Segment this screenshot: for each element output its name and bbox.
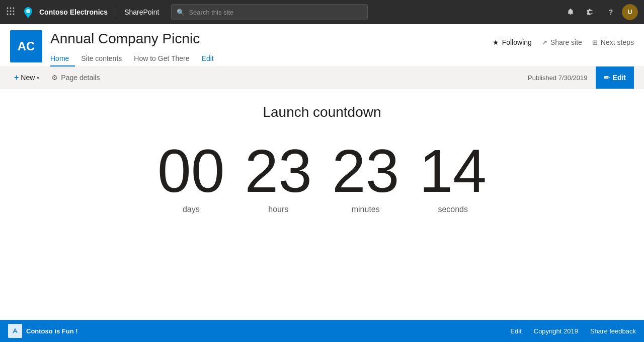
svg-point-0 [7,7,9,9]
search-input[interactable] [189,9,362,16]
brand-name: Contoso Electronics [39,8,108,16]
seconds-value: 14 [419,141,486,201]
search-icon: 🔍 [177,9,185,16]
footer-copyright: Copyright 2019 [534,327,578,335]
svg-point-9 [26,9,30,13]
next-steps-icon: ⊞ [592,39,598,46]
countdown-seconds: 14 seconds [419,141,486,214]
toolbar: + New ▾ ⚙ Page details Published 7/30/20… [0,67,644,89]
chevron-down-icon: ▾ [37,75,39,81]
notifications-icon[interactable] [561,3,580,21]
next-steps-label: Next steps [601,38,634,46]
site-logo: AC [10,30,42,62]
share-site-button[interactable]: ↗ Share site [542,38,582,46]
nav-edit[interactable]: Edit [196,51,220,66]
seconds-label: seconds [438,205,468,214]
edit-page-button[interactable]: ✏ Edit [596,66,634,89]
settings-icon[interactable] [582,3,600,21]
nav-home[interactable]: Home [50,51,75,66]
new-button[interactable]: + New ▾ [10,71,43,84]
countdown-days: 00 days [157,141,224,214]
svg-point-5 [13,10,15,12]
svg-point-6 [7,13,9,15]
site-navigation: Home Site contents How to Get There Edit [50,51,493,66]
next-steps-button[interactable]: ⊞ Next steps [592,38,634,46]
nav-icons: ? U [561,3,638,21]
hours-value: 23 [245,141,312,201]
days-label: days [183,205,200,214]
help-icon[interactable]: ? [602,3,620,21]
edit-label: Edit [613,74,626,82]
user-avatar[interactable]: U [622,4,638,20]
footer-edit-link[interactable]: Edit [510,327,521,335]
countdown-hours: 23 hours [245,141,312,214]
nav-site-contents[interactable]: Site contents [75,51,128,66]
days-value: 00 [157,141,224,201]
footer-logo-icon [8,324,22,338]
svg-rect-10 [11,326,20,335]
countdown-minutes: 23 minutes [332,141,399,214]
sharepoint-label: SharePoint [118,8,167,16]
hours-label: hours [268,205,288,214]
page-details-button[interactable]: ⚙ Page details [47,72,104,84]
svg-point-1 [10,7,12,9]
site-logo-text: AC [18,39,35,53]
search-bar[interactable]: 🔍 [171,4,368,20]
share-feedback-link[interactable]: Share feedback [590,327,636,335]
plus-icon: + [14,73,19,82]
minutes-label: minutes [352,205,380,214]
minutes-value: 23 [332,141,399,201]
nav-how-to-get-there[interactable]: How to Get There [128,51,195,66]
avatar-initials: U [628,9,632,16]
star-icon: ★ [493,38,499,46]
share-site-label: Share site [550,38,582,46]
site-actions: ★ Following ↗ Share site ⊞ Next steps [493,30,634,46]
footer-links: Edit Copyright 2019 Share feedback [510,327,636,335]
following-button[interactable]: ★ Following [493,38,532,46]
footer: Contoso is Fun ! Edit Copyright 2019 Sha… [0,320,644,342]
brand-logo[interactable]: Contoso Electronics [21,5,114,19]
svg-point-3 [7,10,9,12]
site-header: AC Annual Company Picnic Home Site conte… [0,24,644,67]
pencil-icon: ✏ [604,74,610,82]
svg-point-2 [13,7,15,9]
app-launcher-icon[interactable] [6,7,15,18]
footer-brand: Contoso is Fun ! [26,327,78,335]
footer-logo: Contoso is Fun ! [8,324,78,338]
svg-point-7 [10,13,12,15]
site-title: Annual Company Picnic [50,30,493,47]
share-icon: ↗ [542,39,547,46]
following-label: Following [502,38,532,46]
published-date: Published 7/30/2019 [528,74,588,82]
countdown-title: Launch countdown [263,104,381,120]
countdown-display: 00 days 23 hours 23 minutes 14 seconds [157,141,487,214]
top-navigation: Contoso Electronics SharePoint 🔍 ? U [0,0,644,24]
site-info: Annual Company Picnic Home Site contents… [50,30,493,66]
main-content: Launch countdown 00 days 23 hours 23 min… [0,89,644,320]
new-label: New [21,74,35,82]
page-details-label: Page details [61,74,100,82]
svg-point-4 [10,10,12,12]
gear-icon: ⚙ [51,74,58,82]
svg-point-8 [13,13,15,15]
